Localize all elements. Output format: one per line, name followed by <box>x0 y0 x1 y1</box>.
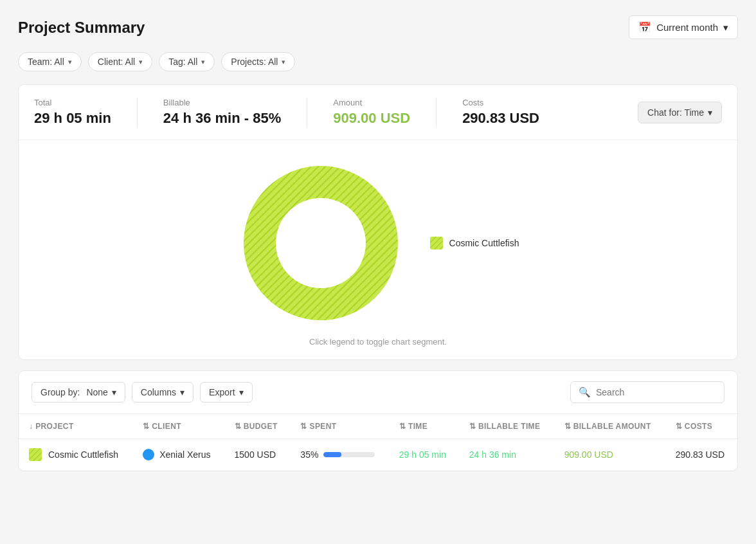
export-button[interactable]: Export ▾ <box>200 382 252 403</box>
total-metric: Total 29 h 05 min <box>34 98 138 127</box>
page-title: Project Summary <box>18 19 145 37</box>
project-name: Cosmic Cuttlefish <box>48 449 118 460</box>
costs-label: Costs <box>462 98 539 107</box>
chart-note: Click legend to toggle chart segment. <box>309 337 447 347</box>
cell-costs: 290.83 USD <box>665 439 737 471</box>
search-input[interactable] <box>596 387 716 397</box>
export-label: Export <box>209 387 235 397</box>
metrics-row: Total 29 h 05 min Billable 24 h 36 min -… <box>19 85 737 140</box>
total-value: 29 h 05 min <box>34 110 111 127</box>
date-filter-button[interactable]: 📅 Current month ▾ <box>629 15 738 39</box>
table-row: Cosmic Cuttlefish Xenial Xerus 1500 USD … <box>19 439 737 471</box>
tag-filter-button[interactable]: Tag: All ▾ <box>159 52 215 71</box>
chevron-down-icon: ▾ <box>139 58 143 66</box>
billable-time-value: 24 h 36 min <box>469 449 516 460</box>
progress-bar <box>323 452 375 457</box>
billable-value: 24 h 36 min - 85% <box>163 110 281 127</box>
billable-amount-value: 909.00 USD <box>564 449 613 460</box>
col-time[interactable]: ⇅ TIME <box>389 414 459 439</box>
search-icon: 🔍 <box>579 386 591 398</box>
chevron-down-icon: ▾ <box>282 58 285 66</box>
col-client[interactable]: ⇅ CLIENT <box>132 414 224 439</box>
summary-card: Total 29 h 05 min Billable 24 h 36 min -… <box>18 84 738 360</box>
client-filter-label: Client: All <box>98 57 135 67</box>
legend-item[interactable]: Cosmic Cuttlefish <box>430 237 519 249</box>
col-spent[interactable]: ⇅ SPENT <box>290 414 388 439</box>
date-filter-label: Current month <box>656 22 718 33</box>
group-by-prefix: Group by: <box>40 387 82 397</box>
billable-label: Billable <box>163 98 281 107</box>
tag-filter-label: Tag: All <box>168 57 197 67</box>
amount-metric: Amount 909.00 USD <box>333 98 437 127</box>
calendar-icon: 📅 <box>638 21 651 33</box>
cell-billable-time: 24 h 36 min <box>459 439 554 471</box>
project-color-icon <box>29 448 42 461</box>
progress-bar-fill <box>323 452 341 457</box>
group-by-value: None <box>86 387 107 397</box>
col-billable-amount[interactable]: ⇅ BILLABLE AMOUNT <box>554 414 665 439</box>
amount-label: Amount <box>333 98 410 107</box>
cell-time: 29 h 05 min <box>389 439 459 471</box>
col-project[interactable]: ↓ PROJECT <box>19 414 132 439</box>
table-header-row: ↓ PROJECT ⇅ CLIENT ⇅ BUDGET ⇅ SPENT ⇅ TI… <box>19 414 737 439</box>
costs-cell-value: 290.83 USD <box>676 449 724 460</box>
cell-spent: 35% <box>290 439 388 471</box>
chevron-down-icon: ▾ <box>708 107 712 118</box>
client-name: Xenial Xerus <box>159 449 210 460</box>
projects-filter-button[interactable]: Projects: All ▾ <box>221 52 295 71</box>
legend-dot-icon <box>430 237 443 249</box>
cell-budget: 1500 USD <box>224 439 291 471</box>
search-wrapper: 🔍 <box>570 381 724 403</box>
data-table: ↓ PROJECT ⇅ CLIENT ⇅ BUDGET ⇅ SPENT ⇅ TI… <box>19 414 737 471</box>
legend-label: Cosmic Cuttlefish <box>449 238 519 248</box>
client-filter-button[interactable]: Client: All ▾ <box>88 52 152 71</box>
donut-chart[interactable] <box>237 159 404 327</box>
chart-wrapper: Cosmic Cuttlefish <box>237 159 519 327</box>
costs-metric: Costs 290.83 USD <box>462 98 565 127</box>
group-by-button[interactable]: Group by: None ▾ <box>32 382 125 403</box>
amount-value: 909.00 USD <box>333 110 410 127</box>
billable-metric: Billable 24 h 36 min - 85% <box>163 98 307 127</box>
columns-label: Columns <box>141 387 176 397</box>
table-toolbar: Group by: None ▾ Columns ▾ Export ▾ 🔍 <box>19 371 737 414</box>
chat-button[interactable]: Chat for: Time ▾ <box>638 102 722 123</box>
svg-rect-6 <box>430 237 443 249</box>
chevron-down-icon: ▾ <box>239 387 244 397</box>
cell-project: Cosmic Cuttlefish <box>19 439 132 471</box>
svg-point-3 <box>276 198 366 288</box>
chevron-down-icon: ▾ <box>68 58 72 66</box>
chart-area: Cosmic Cuttlefish Click legend to toggle… <box>19 140 737 359</box>
table-card: Group by: None ▾ Columns ▾ Export ▾ 🔍 <box>18 370 738 471</box>
chevron-down-icon: ▾ <box>112 387 116 397</box>
team-filter-label: Team: All <box>28 57 64 67</box>
columns-button[interactable]: Columns ▾ <box>132 382 194 403</box>
costs-value: 290.83 USD <box>462 110 539 127</box>
client-color-dot <box>143 449 154 460</box>
chevron-down-icon: ▾ <box>201 58 205 66</box>
time-value: 29 h 05 min <box>399 449 446 460</box>
col-budget[interactable]: ⇅ BUDGET <box>224 414 291 439</box>
svg-rect-9 <box>29 448 42 461</box>
spent-pct: 35% <box>300 449 318 460</box>
total-label: Total <box>34 98 111 107</box>
chevron-down-icon: ▾ <box>180 387 184 397</box>
chat-button-label: Chat for: Time <box>647 107 704 118</box>
col-billable-time[interactable]: ⇅ BILLABLE TIME <box>459 414 554 439</box>
projects-filter-label: Projects: All <box>231 57 278 67</box>
col-costs[interactable]: ⇅ COSTS <box>665 414 737 439</box>
chevron-down-icon: ▾ <box>723 22 728 33</box>
filter-row: Team: All ▾ Client: All ▾ Tag: All ▾ Pro… <box>18 52 738 71</box>
cell-client: Xenial Xerus <box>132 439 224 471</box>
team-filter-button[interactable]: Team: All ▾ <box>18 52 82 71</box>
cell-billable-amount: 909.00 USD <box>554 439 665 471</box>
